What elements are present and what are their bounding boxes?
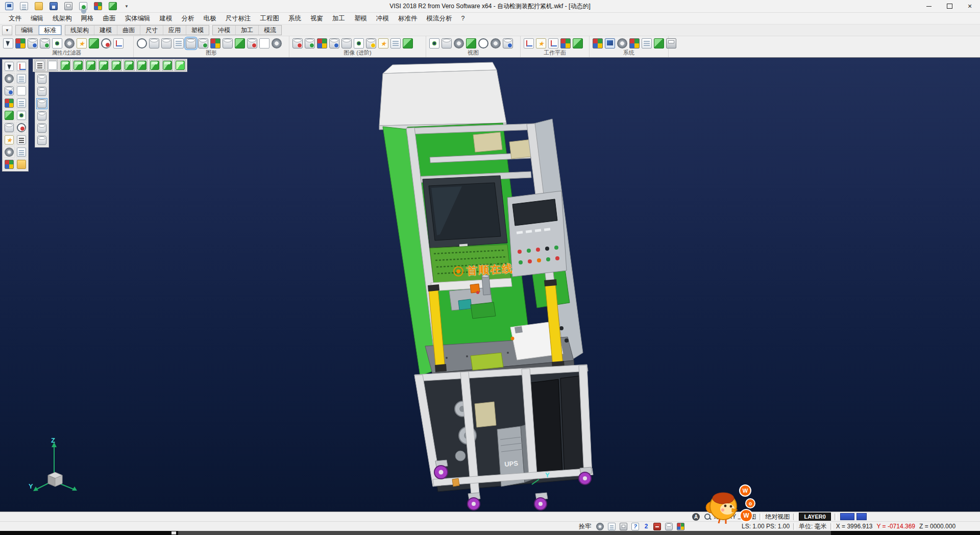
blank-tool-button[interactable] [16,85,27,96]
minimize-button[interactable] [919,0,939,12]
preview-eye-icon[interactable] [354,38,364,48]
menu-item-modeling[interactable]: 建模 [155,14,177,23]
menu-item-system[interactable]: 系统 [284,14,306,23]
hidden-line-mode-button[interactable] [36,86,47,97]
menu-item-edit[interactable]: 编辑 [26,14,48,23]
right-view-button[interactable] [111,60,122,71]
save-icon[interactable] [50,2,58,10]
close-button[interactable]: × [960,0,980,12]
perspective-mode-button[interactable] [36,135,47,146]
curve-filter-icon[interactable] [101,38,111,48]
palette-grid-icon[interactable] [317,38,327,48]
menu-item-standard-parts[interactable]: 标准件 [394,14,422,23]
menu-item-electrode[interactable]: 电极 [199,14,221,23]
circle-tool-button[interactable] [16,122,27,133]
sheet-style-icon[interactable] [174,38,184,48]
menu-item-surface[interactable]: 曲面 [99,14,120,23]
texture-red-icon[interactable] [292,38,303,48]
blank-view-button[interactable] [47,60,58,71]
attribute-paint-icon[interactable] [40,38,50,48]
workplane-axis-icon[interactable] [524,38,534,48]
app-logo-icon[interactable] [5,2,13,10]
cube-render-icon[interactable] [235,38,245,48]
shaded-mode-button[interactable] [36,98,47,109]
active-layer-chip[interactable]: LAYER0 [799,513,830,521]
select-tool-button[interactable] [4,61,15,72]
system-monitor-icon[interactable] [605,38,615,48]
menu-item-die[interactable]: 冲模 [372,14,394,23]
circle-style-icon[interactable] [137,38,147,48]
menu-item-analysis[interactable]: 分析 [177,14,199,23]
visibility-eye-icon[interactable] [429,38,439,48]
se-iso-view-button[interactable] [162,60,173,71]
absolute-view-label[interactable]: 绝对视图 [765,513,790,521]
solid-style-icon[interactable] [223,38,233,48]
sw-iso-view-button[interactable] [149,60,160,71]
qat-dropdown-icon[interactable]: ▼ [124,4,129,9]
system-grid-icon[interactable] [629,38,640,48]
view-gear-icon[interactable] [454,38,464,48]
tab-flow[interactable]: 模流 [259,26,281,35]
color-tool-button[interactable] [4,98,15,109]
view-settings-icon[interactable] [491,38,501,48]
menu-item-dimensioning[interactable]: 尺寸标注 [221,14,256,23]
annotation-badge[interactable]: A [692,513,700,521]
options-tool-button[interactable] [4,147,15,158]
viewport-3d[interactable]: UPS [0,57,980,512]
folder-tool-button[interactable] [16,159,27,170]
workplane-origin-icon[interactable] [548,38,558,48]
sheet-tool-button[interactable] [16,147,27,158]
cylinder-image-icon[interactable] [341,38,352,48]
color-filter-icon[interactable] [15,38,26,48]
ghost-mode-button[interactable] [36,110,47,121]
plot-preview-icon[interactable] [79,2,87,10]
view-layers-icon[interactable] [503,38,513,48]
tab-machining[interactable]: 加工 [236,26,259,35]
machine-model[interactable]: UPS [379,62,593,510]
system-cube-icon[interactable] [654,38,664,48]
texture-yellow-icon[interactable] [366,38,376,48]
print-icon[interactable] [64,2,72,10]
snapshot-doc-icon[interactable] [390,38,401,48]
color-grid-icon[interactable] [210,38,220,48]
front-view-button[interactable] [72,60,84,71]
tab-modeling[interactable]: 建模 [94,26,117,35]
left-view-button[interactable] [98,60,109,71]
shaded-mode-icon[interactable] [186,38,196,48]
transparent-mode-icon[interactable] [198,38,208,48]
menu-item-mold[interactable]: 塑模 [350,14,372,23]
image-doc-icon[interactable] [329,38,339,48]
render-settings-icon[interactable] [272,38,282,48]
tab-mold[interactable]: 塑模 [186,26,209,35]
element-filter-icon[interactable] [64,38,75,48]
system-settings-icon[interactable] [617,38,627,48]
tab-dropdown-icon[interactable]: ▼ [2,26,12,35]
section-mode-button[interactable] [36,123,47,134]
system-colors-icon[interactable] [593,38,603,48]
select-filter-icon[interactable] [3,38,13,48]
book-icon[interactable] [653,523,661,530]
view-ring-icon[interactable] [478,38,488,48]
bottom-view-button[interactable] [136,60,148,71]
menu-item-file[interactable]: 文件 [4,14,26,23]
shaded-view-button[interactable] [175,60,186,71]
measure-tool-button[interactable] [16,61,27,72]
highlight-star-icon[interactable] [378,38,388,48]
workplane-grid-icon[interactable] [560,38,571,48]
workplane-star-icon[interactable] [536,38,546,48]
favorite-tool-button[interactable] [4,134,15,145]
solid-tool-button[interactable] [4,110,15,121]
menu-item-drawing[interactable]: 工程图 [256,14,284,23]
tab-wireframe[interactable]: 线架构 [65,26,94,35]
counter-badge[interactable]: 2 [643,523,649,530]
axis-filter-icon[interactable] [113,38,124,48]
settings-tool-button[interactable] [4,73,15,84]
list-tool-button[interactable] [16,134,27,145]
menu-item-machining[interactable]: 加工 [328,14,350,23]
gear-icon[interactable] [596,523,604,530]
view-menu-button[interactable] [34,60,45,71]
system-print-icon[interactable] [666,38,676,48]
blank-style-icon[interactable] [259,38,270,48]
shade-tool-button[interactable] [4,122,15,133]
cube-texture-icon[interactable] [403,38,413,48]
